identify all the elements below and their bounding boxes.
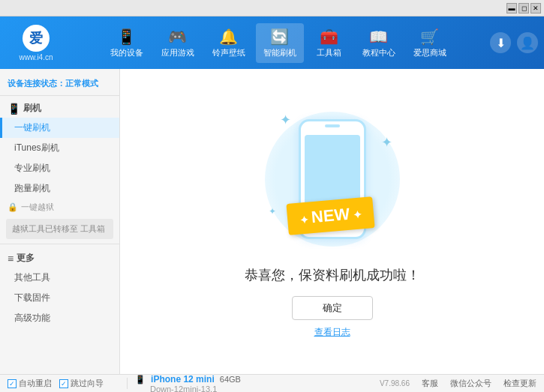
nav-toolbox[interactable]: 🧰 工具箱 — [307, 23, 352, 63]
smart-flash-icon: 🔄 — [270, 28, 289, 46]
content-area: ✦ ✦ ✦ NEW 恭喜您，保资料刷机成功啦！ 确定 查看日志 — [120, 69, 544, 374]
sidebar-divider — [0, 244, 119, 244]
sparkle-1: ✦ — [280, 112, 291, 128]
bottom-left: ✓ 自动重启 ✓ 跳过向导 — [8, 378, 128, 389]
toolbox-icon: 🧰 — [320, 28, 338, 46]
sidebar-data-flash[interactable]: 跑量刷机 — [0, 178, 119, 199]
flash-section-label: 刷机 — [23, 102, 41, 115]
window-chrome: ▬ ◻ ✕ — [0, 0, 544, 16]
locked-notice: 越狱工具已转移至 工具箱 — [6, 219, 113, 239]
check-update-link[interactable]: 检查更新 — [503, 378, 536, 389]
sparkle-2: ✦ — [381, 134, 392, 151]
sidebar-pro-flash[interactable]: 专业刷机 — [0, 158, 119, 178]
customer-service-link[interactable]: 客服 — [422, 378, 438, 389]
header: 爱 www.i4.cn 📱 我的设备 🎮 应用游戏 🔔 铃声壁纸 🔄 智能刷机 … — [0, 16, 544, 69]
sidebar-advanced[interactable]: 高级功能 — [0, 308, 119, 328]
store-label: 爱思商城 — [413, 47, 446, 58]
skip-wizard-checkbox-item[interactable]: ✓ 跳过向导 — [59, 378, 104, 389]
my-device-label: 我的设备 — [110, 47, 143, 58]
auto-restart-checkbox[interactable]: ✓ — [8, 379, 17, 388]
locked-section: 🔒 一键越狱 — [0, 199, 119, 216]
sparkle-3: ✦ — [269, 206, 276, 217]
nav-my-device[interactable]: 📱 我的设备 — [103, 23, 151, 63]
more-section-header: ≡ 更多 — [0, 249, 119, 268]
status-value: 正常模式 — [65, 79, 98, 88]
phone-speaker — [325, 124, 340, 127]
tutorial-label: 教程中心 — [362, 47, 395, 58]
header-right-buttons: ⬇ 👤 — [490, 32, 538, 53]
status-label: 设备连接状态： — [8, 79, 65, 88]
logo-text: www.i4.cn — [19, 53, 53, 61]
device-storage: 64GB — [220, 375, 241, 384]
auto-restart-label: 自动重启 — [19, 378, 52, 389]
lock-icon: 🔒 — [8, 202, 18, 212]
maximize-button[interactable]: ◻ — [518, 3, 529, 13]
sidebar-one-click-flash[interactable]: 一键刷机 — [0, 118, 119, 138]
sidebar-download-fw[interactable]: 下载固件 — [0, 288, 119, 308]
wechat-official-link[interactable]: 微信公众号 — [450, 378, 491, 389]
success-illustration: ✦ ✦ ✦ NEW — [257, 104, 407, 254]
nav-smart-flash[interactable]: 🔄 智能刷机 — [256, 23, 304, 63]
close-button[interactable]: ✕ — [530, 3, 541, 13]
nav-ringtone[interactable]: 🔔 铃声壁纸 — [205, 23, 253, 63]
ringtone-label: 铃声壁纸 — [212, 47, 245, 58]
flash-section-icon: 📱 — [8, 103, 20, 115]
confirm-button[interactable]: 确定 — [292, 296, 373, 320]
user-button[interactable]: 👤 — [517, 32, 538, 53]
nav-apps-games[interactable]: 🎮 应用游戏 — [154, 23, 202, 63]
download-button[interactable]: ⬇ — [490, 32, 511, 53]
goto-log-link[interactable]: 查看日志 — [314, 326, 350, 339]
toolbox-label: 工具箱 — [317, 47, 341, 58]
device-firmware: Down-12mini-13,1 — [150, 385, 217, 393]
device-name: iPhone 12 mini — [151, 374, 215, 385]
my-device-icon: 📱 — [117, 28, 136, 46]
skip-wizard-checkbox[interactable]: ✓ — [59, 379, 68, 388]
bottom-section: ✓ 自动重启 ✓ 跳过向导 📱 iPhone 12 mini 64GB Down… — [0, 374, 544, 392]
device-icon: 📱 — [135, 375, 146, 384]
smart-flash-label: 智能刷机 — [263, 47, 296, 58]
bottom-right: V7.98.66 客服 微信公众号 检查更新 — [380, 378, 536, 389]
status-bar: 设备连接状态：正常模式 — [0, 75, 119, 96]
bottom-bar: ✓ 自动重启 ✓ 跳过向导 📱 iPhone 12 mini 64GB Down… — [0, 374, 544, 392]
apps-games-icon: 🎮 — [168, 28, 187, 46]
store-icon: 🛒 — [420, 28, 439, 46]
minimize-button[interactable]: ▬ — [506, 3, 517, 13]
skip-wizard-label: 跳过向导 — [71, 378, 104, 389]
success-message: 恭喜您，保资料刷机成功啦！ — [245, 266, 420, 284]
more-section-icon: ≡ — [8, 253, 14, 265]
version-text: V7.98.66 — [380, 379, 410, 388]
nav-store[interactable]: 🛒 爱思商城 — [406, 23, 454, 63]
sidebar-other-tools[interactable]: 其他工具 — [0, 268, 119, 288]
apps-games-label: 应用游戏 — [161, 47, 194, 58]
nav-bar: 📱 我的设备 🎮 应用游戏 🔔 铃声壁纸 🔄 智能刷机 🧰 工具箱 📖 教程中心… — [66, 23, 490, 63]
logo: 爱 www.i4.cn — [6, 25, 66, 61]
logo-icon: 爱 — [23, 25, 50, 52]
tutorial-icon: 📖 — [369, 28, 388, 46]
main-area: 设备连接状态：正常模式 📱 刷机 一键刷机 iTunes刷机 专业刷机 跑量刷机… — [0, 69, 544, 374]
auto-restart-checkbox-item[interactable]: ✓ 自动重启 — [8, 378, 52, 389]
nav-tutorial[interactable]: 📖 教程中心 — [355, 23, 403, 63]
flash-section-header: 📱 刷机 — [0, 99, 119, 118]
sidebar-itunes-flash[interactable]: iTunes刷机 — [0, 138, 119, 158]
ringtone-icon: 🔔 — [219, 28, 238, 46]
device-info: 📱 iPhone 12 mini 64GB Down-12mini-13,1 — [128, 374, 380, 393]
sidebar: 设备连接状态：正常模式 📱 刷机 一键刷机 iTunes刷机 专业刷机 跑量刷机… — [0, 69, 120, 374]
